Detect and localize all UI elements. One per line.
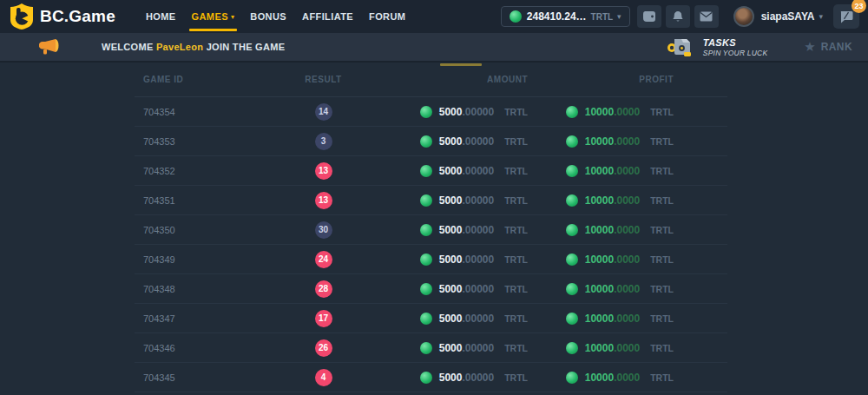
tasks-label: TASKS SPIN YOUR LUCK [703,37,767,57]
table-row[interactable]: 704346 26 5000.00000 TRTL 10000.0000 TRT… [135,333,727,363]
currency-label: TRTL [650,166,674,176]
username: siapaSAYA [761,10,815,23]
currency-label: TRTL [650,225,674,235]
table-row[interactable]: 704353 3 5000.00000 TRTL 10000.0000 TRTL [135,127,727,156]
currency-label: TRTL [504,372,528,383]
amount-cell: 5000.00000 TRTL [378,224,528,236]
chevron-down-icon: ▾ [231,13,234,21]
coin-icon [566,194,578,207]
coin-icon [420,135,432,148]
announcement-bar: WELCOME PaveLeon JOIN THE GAME TASKS SPI… [0,33,868,63]
table-row[interactable]: 704352 13 5000.00000 TRTL 10000.0000 TRT… [135,156,727,186]
nav-item-games[interactable]: GAMES▾ [184,0,243,33]
currency-label: TRTL [504,254,528,265]
chevron-down-icon: ▾ [617,12,621,21]
column-header-result: RESULT [305,75,341,84]
table-row[interactable]: 704350 30 5000.00000 TRTL 10000.0000 TRT… [135,215,727,245]
currency-label: TRTL [504,166,528,176]
coin-icon [566,165,578,177]
coin-icon [566,313,578,325]
column-header-amount: AMOUNT [487,75,528,84]
result-badge: 4 [315,369,332,386]
table-row[interactable]: 704347 17 5000.00000 TRTL 10000.0000 TRT… [135,304,727,333]
table-row[interactable]: 704349 24 5000.00000 TRTL 10000.0000 TRT… [135,245,727,274]
game-id-cell: 704352 [135,166,269,176]
result-badge: 28 [315,280,332,298]
coin-icon [566,224,578,236]
game-id-cell: 704348 [135,284,269,294]
result-badge: 24 [315,251,332,268]
balance-currency: TRTL [591,12,614,22]
tasks-widget[interactable]: TASKS SPIN YOUR LUCK [667,36,767,58]
profit-cell: 10000.0000 TRTL [528,194,727,207]
nav-item-affiliate[interactable]: AFFILIATE [294,0,361,33]
profit-cell: 10000.0000 TRTL [528,106,727,118]
table-row[interactable]: 704354 14 5000.00000 TRTL 10000.0000 TRT… [135,97,727,127]
coin-icon [566,372,578,384]
bell-icon [672,10,684,23]
result-badge: 13 [315,162,332,180]
table-row[interactable]: 704348 28 5000.00000 TRTL 10000.0000 TRT… [135,274,727,304]
column-header-game-id: GAME ID [135,75,269,84]
currency-label: TRTL [650,107,674,117]
amount-cell: 5000.00000 TRTL [378,342,528,354]
currency-label: TRTL [504,136,528,147]
coin-icon [566,253,578,266]
amount-cell: 5000.00000 TRTL [378,313,528,325]
bcgame-logo-icon [10,3,33,30]
top-bar: BC.Game HOME GAMES▾ BONUS AFFILIATE FORU… [0,0,868,33]
user-menu[interactable]: siapaSAYA ▾ [733,6,823,27]
table-row[interactable]: 704351 13 5000.00000 TRTL 10000.0000 TRT… [135,186,727,215]
chat-icon [839,10,853,23]
chat-button[interactable]: 23 [833,4,859,29]
profit-cell: 10000.0000 TRTL [528,283,727,295]
currency-label: TRTL [504,284,528,294]
profit-cell: 10000.0000 TRTL [528,253,727,266]
amount-cell: 5000.00000 TRTL [378,372,528,384]
profit-cell: 10000.0000 TRTL [528,135,727,148]
amount-cell: 5000.00000 TRTL [378,135,528,148]
currency-label: TRTL [504,107,528,117]
coin-icon [420,372,432,384]
active-tab-indicator[interactable] [440,63,482,66]
tasks-subtitle: SPIN YOUR LUCK [703,49,767,57]
game-id-cell: 704354 [135,107,269,117]
coin-icon [420,106,432,118]
balance-selector[interactable]: 248410.24… TRTL ▾ [501,6,630,27]
brand-name: BC.Game [40,7,115,26]
profit-cell: 10000.0000 TRTL [528,313,727,325]
chat-unread-badge: 23 [852,0,866,13]
game-id-cell: 704350 [135,225,269,235]
currency-label: TRTL [650,254,674,265]
game-id-cell: 704351 [135,195,269,206]
currency-label: TRTL [650,284,674,294]
announcement-text[interactable]: WELCOME PaveLeon JOIN THE GAME [102,42,285,52]
coin-icon [420,194,432,207]
wallet-button[interactable] [637,5,661,28]
coin-icon [510,10,522,23]
star-icon: ★ [804,39,815,55]
bets-table: GAME ID RESULT AMOUNT PROFIT 704354 14 5… [135,63,727,392]
game-id-cell: 704347 [135,313,269,324]
rank-widget[interactable]: ★ RANK [804,39,852,55]
result-badge: 13 [315,192,332,209]
wallet-icon [642,10,656,23]
nav-item-home[interactable]: HOME [138,0,184,33]
mail-icon [700,11,713,22]
messages-button[interactable] [694,5,719,28]
nav-item-forum[interactable]: FORUM [361,0,413,33]
coin-icon [420,253,432,266]
main-content: GAME ID RESULT AMOUNT PROFIT 704354 14 5… [0,63,868,393]
amount-cell: 5000.00000 TRTL [378,165,528,177]
main-nav: HOME GAMES▾ BONUS AFFILIATE FORUM [138,0,413,33]
notifications-button[interactable] [666,5,690,28]
profit-cell: 10000.0000 TRTL [528,165,727,177]
nav-item-bonus[interactable]: BONUS [242,0,294,33]
currency-label: TRTL [504,225,528,235]
rank-label: RANK [821,41,852,53]
table-row[interactable]: 704345 4 5000.00000 TRTL 10000.0000 TRTL [135,363,727,392]
brand-logo[interactable]: BC.Game [10,3,115,30]
game-id-cell: 704353 [135,136,269,147]
currency-label: TRTL [650,343,674,353]
currency-label: TRTL [504,313,528,324]
